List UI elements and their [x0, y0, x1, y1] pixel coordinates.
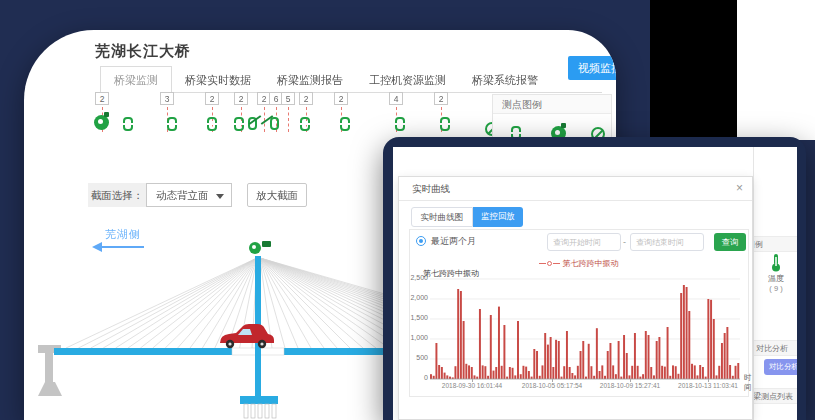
- legend-circle-icon: [547, 261, 552, 266]
- y-tick-label: 1,500: [402, 314, 428, 321]
- y-tick-label: 500: [402, 354, 428, 361]
- temperature-label[interactable]: 温度: [754, 273, 797, 284]
- compare-analysis-button[interactable]: 对比分析: [764, 359, 797, 375]
- tower-camera-icon[interactable]: [249, 241, 271, 254]
- desktop-stage: 芜湖长江大桥 桥梁监测桥梁实时数据桥梁监测报告工控机资源监测桥梁系统报警 视频监…: [0, 0, 815, 420]
- y-tick-label: 0: [402, 374, 428, 381]
- x-tick-label: 2018-10-05 05:17:54: [507, 382, 597, 389]
- realtime-curve-window: 测点图例 温度 ( 9 ) 对比分析 对比分析 桥梁测点列表: [383, 137, 806, 420]
- realtime-curve-dialog: 实时曲线 × 实时曲线图 监控回放 最近两个月 - 查询 第七跨跨中振动: [398, 176, 753, 420]
- background-white-region: [737, 0, 815, 140]
- background-black-region: [650, 0, 737, 150]
- close-icon[interactable]: ×: [736, 181, 743, 195]
- x-tick-label: 2018-09-30 16:01:44: [427, 382, 517, 389]
- x-tick-mark: [708, 379, 709, 382]
- y-tick-label: 2,000: [402, 294, 428, 301]
- query-button[interactable]: 查询: [714, 233, 746, 251]
- sidebar-panel-legend-title: 测点图例: [754, 237, 763, 252]
- thermometer-icon: [771, 253, 781, 272]
- x-tick-label: 2018-10-13 11:03:41: [663, 382, 753, 389]
- sidebar-panel-pointlist: 桥梁测点列表: [754, 388, 797, 404]
- x-tick-mark: [472, 379, 473, 382]
- legend-line-icon: [539, 263, 546, 264]
- range-separator: -: [623, 237, 626, 247]
- radio-last-two-months-label: 最近两个月: [431, 235, 476, 248]
- dialog-header: 实时曲线 ×: [399, 177, 752, 201]
- query-panel: 最近两个月 - 查询 第七跨跨中振动 第七跨跨中振动: [409, 229, 749, 397]
- query-end-time-input[interactable]: [630, 233, 704, 251]
- realtime-curve-page: 测点图例 温度 ( 9 ) 对比分析 对比分析 桥梁测点列表: [393, 147, 797, 420]
- radio-last-two-months[interactable]: [416, 236, 426, 246]
- abutment-base: [38, 382, 62, 396]
- x-tick-label: 2018-10-09 15:27:41: [585, 382, 675, 389]
- query-start-time-input[interactable]: [547, 233, 621, 251]
- right-sidebar-strip: 测点图例 温度 ( 9 ) 对比分析 对比分析 桥梁测点列表: [753, 147, 797, 420]
- pier-piles: [244, 404, 276, 418]
- tab-monitor-playback[interactable]: 监控回放: [473, 207, 523, 227]
- vibration-chart-svg: [430, 278, 740, 380]
- sidebar-panel-compare: 对比分析: [754, 340, 797, 356]
- abutment-stem: [45, 353, 53, 385]
- car: [220, 324, 274, 348]
- sidebar-panel-compare-title: 对比分析: [756, 341, 788, 356]
- temperature-count: ( 9 ): [754, 284, 797, 293]
- y-tick-label: 2,500: [402, 274, 428, 281]
- sidebar-panel-legend: 测点图例: [754, 236, 797, 252]
- dialog-title: 实时曲线: [412, 183, 450, 196]
- legend-line-icon: [553, 263, 560, 264]
- pier-cap: [240, 396, 278, 404]
- x-tick-mark: [630, 379, 631, 382]
- sidebar-panel-pointlist-title: 桥梁测点列表: [754, 389, 793, 404]
- tab-realtime-curve[interactable]: 实时曲线图: [411, 207, 473, 227]
- y-tick-label: 1,000: [402, 334, 428, 341]
- x-tick-mark: [552, 379, 553, 382]
- legend-label: 第七跨跨中振动: [563, 259, 619, 268]
